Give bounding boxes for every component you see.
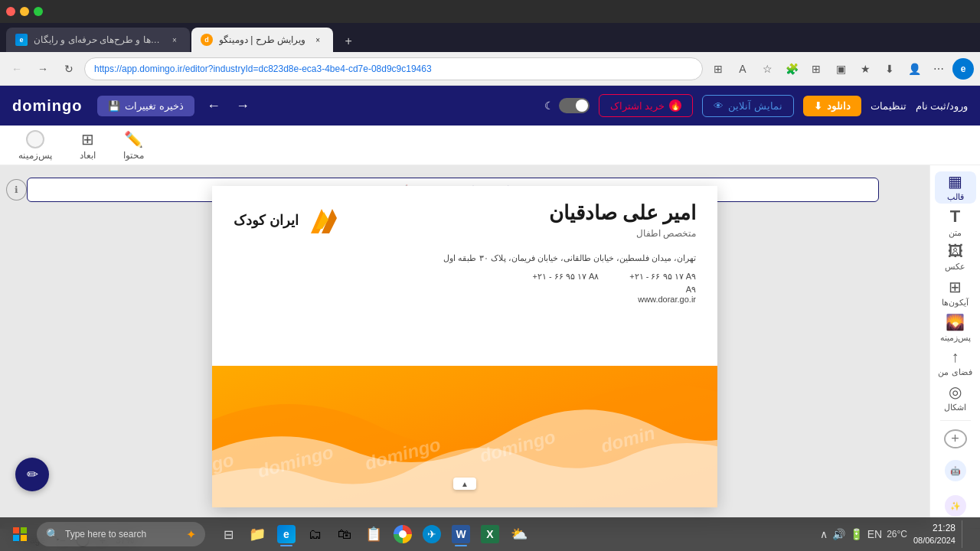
sidebar-tool-text[interactable]: T متن [935,207,976,239]
reading-view-icon[interactable]: ⊞ [707,58,729,80]
save-icon: 💾 [108,100,120,112]
canvas-area[interactable]: ℹ 🛒 افزودن طرح به سبد خرید [0,165,929,528]
favorites-icon[interactable]: ☆ [756,58,778,80]
tab-editor[interactable]: d ویرایش طرح | دومینگو × [191,28,333,52]
date-display: 08/06/2024 [913,535,956,546]
taskbar-store[interactable]: 🛍 [331,520,358,548]
forward-btn[interactable]: → [32,58,54,80]
card-address: تهران، میدان فلسطین، خیابان طالقانی، خیا… [234,251,696,266]
download-icon: ⬇ [814,100,822,112]
ai-icon1: 🤖 [945,460,966,481]
template-icon: ▦ [948,172,962,191]
system-tray: ∧ 🔊 🔋 EN 26°C 21:28 08/06/2024 [814,520,974,548]
info-icon[interactable]: ℹ [6,179,27,201]
bookmarks-icon[interactable]: ★ [854,58,876,80]
taskbar-taskview[interactable]: ⊟ [214,520,242,548]
edit-fab[interactable]: ✏ [15,458,49,491]
close-window-btn[interactable] [6,7,15,16]
svg-rect-10 [21,527,27,533]
search-icon: 🔍 [46,528,59,540]
sticky-icon: 📋 [365,526,382,543]
online-preview-btn[interactable]: 👁 نمایش آنلاین [702,95,794,117]
sidebar-add-btn[interactable]: + [944,429,967,448]
content-tool[interactable]: ✏️ محتوا [117,127,150,164]
toggle-track[interactable] [559,98,590,113]
save-btn[interactable]: 💾 ذخیره تغییرات [97,96,194,116]
myspace-icon: ↑ [952,348,959,366]
more-options-icon[interactable]: ⋯ [928,58,949,80]
main-content: ℹ 🛒 افزودن طرح به سبد خرید [0,165,980,528]
dark-mode-toggle[interactable]: ☾ [544,98,590,113]
edge-icon: e [277,525,296,543]
content-icon: ✏️ [124,130,143,148]
sidebar-tool-shapes[interactable]: ◎ اشکال [935,382,976,414]
tab-close-editor[interactable]: × [312,34,324,46]
taskbar-files[interactable]: 🗂 [302,520,329,548]
sidebar-icon[interactable]: ▣ [830,58,851,80]
card-website: www.dorar.go.ir [234,295,696,304]
bg-icon: 🌄 [946,313,965,331]
iran-koodak-logo-icon [305,201,343,240]
tab-templates[interactable]: e قالب‌ها و طرح‌های حرفه‌ای و رایگان × [6,28,190,52]
minimize-window-btn[interactable] [20,7,29,16]
sidebar-tool-icons[interactable]: ⊞ آیکون‌ها [935,276,976,308]
taskbar-app-icons: ⊟ 📁 e 🗂 🛍 📋 ✈ W X ⛅ [214,520,533,548]
card-phone2: +۲۱ - ۶۶ ۹۵ ۱۷ A۹ [629,272,696,282]
taskbar-weather[interactable]: ⛅ [505,520,533,548]
refresh-btn[interactable]: ↻ [58,58,80,80]
tab-favicon-editor: d [201,34,213,46]
download-btn[interactable]: ⬇ دانلود [803,96,861,116]
edge-copilot-icon[interactable]: e [952,58,974,80]
taskbar-excel[interactable]: X [476,520,504,548]
start-btn[interactable] [6,520,34,548]
extensions-icon[interactable]: 🧩 [781,58,802,80]
time-display: 21:28 [913,522,956,535]
tab-close-templates[interactable]: × [168,34,181,46]
chevron-up-icon[interactable]: ∧ [820,528,828,540]
volume-icon[interactable]: 🔊 [832,528,845,540]
dimensions-icon: ⊞ [81,130,94,148]
dimensions-tool[interactable]: ⊞ ابعاد [74,127,102,164]
sidebar-tool-image[interactable]: 🖼 عکس [935,242,976,274]
taskbar-sticky[interactable]: 📋 [360,520,387,548]
toggle-knob [576,99,588,112]
tray-icons: ∧ 🔊 🔋 EN 26°C [820,528,907,540]
battery-icon[interactable]: 🔋 [850,528,863,540]
sidebar-tool-template[interactable]: ▦ قالب [935,171,976,204]
taskbar-explorer[interactable]: 📁 [243,520,271,548]
sidebar-tool-ai1[interactable]: 🤖 [935,455,976,487]
app-container: domingo 💾 ذخیره تغییرات ← → ☾ خرید اشترا… [0,86,980,551]
taskbar-word[interactable]: W [447,520,475,548]
immersive-reader-icon[interactable]: A [732,58,753,80]
text-icon: T [950,207,960,227]
settings-btn[interactable]: تنظیمات [871,100,906,112]
ai-icon2: ✨ [945,495,966,517]
url-bar[interactable]: https://app.domingo.ir/editor?industryId… [84,57,703,80]
redo-btn[interactable]: → [233,95,253,117]
card-logo-area: ایران کودک [234,201,343,240]
logo-text: ایران کودک [234,212,299,229]
downloads-icon[interactable]: ⬇ [879,58,900,80]
taskbar-edge[interactable]: e [273,520,300,548]
scroll-up-btn[interactable]: ▲ [453,478,476,490]
maximize-window-btn[interactable] [34,7,43,16]
taskbar-telegram[interactable]: ✈ [418,520,446,548]
eye-icon: 👁 [714,100,724,112]
sidebar-tool-background[interactable]: 🌄 پس‌زمینه [935,311,976,344]
undo-btn[interactable]: ← [204,95,224,117]
collections-icon[interactable]: ⊞ [805,58,827,80]
new-tab-btn[interactable]: + [338,31,359,52]
show-desktop-btn[interactable] [962,520,968,548]
background-tool[interactable]: پس‌زمینه [12,127,58,164]
back-btn[interactable]: ← [6,58,28,80]
sparkle-icon: ✦ [186,527,196,542]
taskbar-chrome[interactable] [389,520,416,548]
buy-subscription-btn[interactable]: خرید اشتراک 🔥 [599,94,694,117]
login-btn[interactable]: ورود/ثبت نام [916,100,968,112]
taskbar-search-box[interactable]: 🔍 Type here to search ✦ [37,522,205,546]
profile-icon[interactable]: 👤 [903,58,925,80]
address-bar: ← → ↻ https://app.domingo.ir/editor?indu… [0,52,980,86]
clock[interactable]: 21:28 08/06/2024 [913,522,956,546]
language-icon[interactable]: EN [867,528,882,540]
sidebar-tool-myspace[interactable]: ↑ فضای من [935,347,976,379]
